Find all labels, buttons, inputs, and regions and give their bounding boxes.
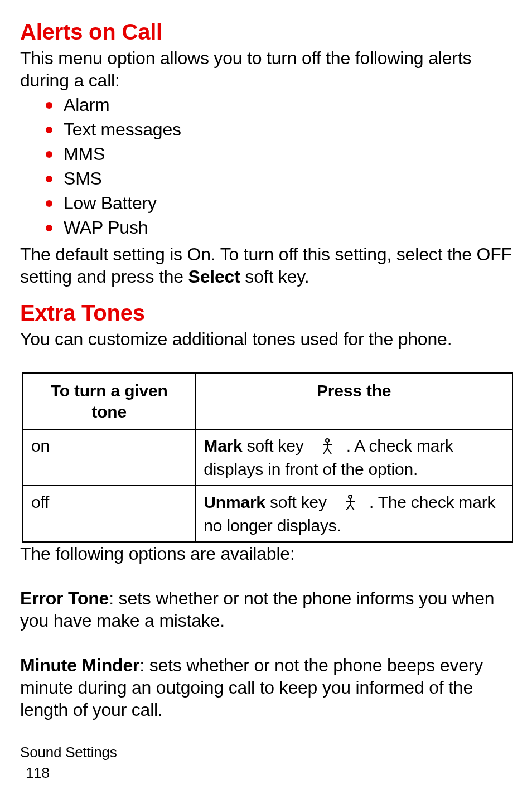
- person-icon: [320, 437, 335, 459]
- footer-page-number: 118: [20, 764, 512, 782]
- list-item-label: SMS: [64, 168, 102, 188]
- svg-point-0: [326, 439, 329, 442]
- table-cell-left: off: [23, 486, 195, 542]
- extra-tones-heading: Extra Tones: [20, 299, 512, 327]
- list-item: WAP Push: [46, 216, 512, 239]
- svg-line-4: [327, 448, 331, 454]
- page-footer: Sound Settings 118: [20, 743, 512, 782]
- extra-tones-section: Extra Tones You can customize additional…: [20, 299, 512, 721]
- table-row: on Mark soft key . A check mark displays…: [23, 429, 512, 486]
- alerts-on-call-section: Alerts on Call This menu option allows y…: [20, 18, 512, 288]
- list-item-label: MMS: [64, 144, 105, 164]
- table-header-right: Press the: [195, 373, 512, 429]
- list-item: MMS: [46, 143, 512, 165]
- option-label: Error Tone: [20, 588, 109, 608]
- alerts-on-call-heading: Alerts on Call: [20, 18, 512, 46]
- list-item-label: WAP Push: [64, 217, 148, 238]
- cell-text: soft key: [265, 493, 331, 511]
- mark-softkey-label: Mark: [204, 437, 242, 455]
- select-softkey-label: Select: [188, 267, 240, 287]
- table-header-left: To turn a given tone: [23, 373, 195, 429]
- closing-post: soft key.: [240, 267, 309, 287]
- table-cell-right: Mark soft key . A check mark displays in…: [195, 429, 512, 486]
- table-cell-left: on: [23, 429, 195, 486]
- option-error-tone: Error Tone: sets whether or not the phon…: [20, 587, 512, 632]
- svg-line-9: [350, 505, 354, 510]
- svg-point-5: [349, 495, 352, 498]
- alerts-on-call-intro: This menu option allows you to turn off …: [20, 47, 512, 91]
- list-item: SMS: [46, 167, 512, 190]
- options-intro: The following options are available:: [20, 543, 512, 565]
- table-header-row: To turn a given tone Press the: [23, 373, 512, 429]
- list-item: Low Battery: [46, 192, 512, 214]
- list-item-label: Text messages: [64, 119, 181, 139]
- alerts-on-call-closing: The default setting is On. To turn off t…: [20, 243, 512, 288]
- svg-line-8: [346, 505, 350, 510]
- alerts-list: Alarm Text messages MMS SMS Low Battery …: [20, 94, 512, 239]
- extra-tones-intro: You can customize additional tones used …: [20, 328, 512, 350]
- unmark-softkey-label: Unmark: [204, 493, 265, 511]
- list-item-label: Low Battery: [64, 193, 157, 213]
- tone-table: To turn a given tone Press the on Mark s…: [22, 372, 513, 543]
- option-label: Minute Minder: [20, 655, 139, 675]
- list-item-label: Alarm: [64, 95, 110, 115]
- svg-line-3: [323, 448, 327, 454]
- cell-text: soft key: [243, 437, 308, 455]
- table-cell-right: Unmark soft key . The check mark no long…: [195, 486, 512, 542]
- list-item: Alarm: [46, 94, 512, 116]
- person-icon: [342, 493, 358, 515]
- list-item: Text messages: [46, 118, 512, 141]
- table-row: off Unmark soft key . The check mark no …: [23, 486, 512, 542]
- footer-section-title: Sound Settings: [20, 743, 512, 762]
- option-minute-minder: Minute Minder: sets whether or not the p…: [20, 654, 512, 721]
